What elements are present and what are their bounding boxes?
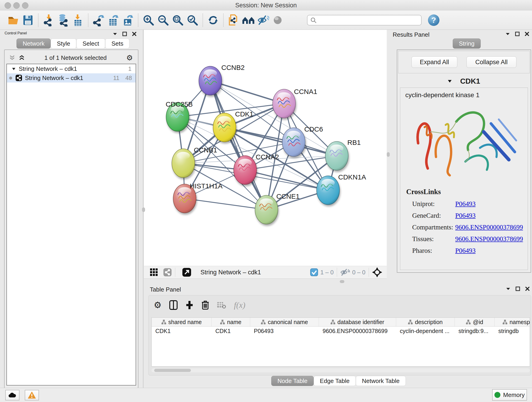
network-canvas[interactable]: CCNB2CCNA1CDC25BCDK1CDC6RB1CCNB1CCNA2CDK… <box>144 30 387 266</box>
network-node-cdc25b[interactable]: CDC25B <box>166 100 193 131</box>
collapse-all-networks-icon[interactable] <box>9 55 15 61</box>
export-network-icon[interactable] <box>91 13 106 27</box>
entry-expander-icon[interactable] <box>448 80 452 83</box>
tab-select[interactable]: Select <box>76 38 105 49</box>
column-header-database-identifier[interactable]: database identifier <box>319 318 396 326</box>
export-image-icon[interactable] <box>120 13 135 27</box>
birds-eye-view-icon[interactable] <box>372 267 382 277</box>
current-view-bullet-icon <box>9 77 12 80</box>
network-options-gear-icon[interactable]: ⚙ <box>126 53 133 62</box>
bottom-splitter-handle[interactable] <box>340 280 344 283</box>
table-row[interactable]: CDK1CDK1P064939606.ENSP00000378699cyclin… <box>152 327 530 335</box>
node-entry-header[interactable]: CDK1 <box>398 76 530 87</box>
column-header-canonical-name[interactable]: canonical name <box>250 318 319 326</box>
table-horizontal-scrollbar[interactable] <box>152 368 530 372</box>
network-node-ccne1[interactable]: CCNE1 <box>255 192 300 224</box>
tab-edge-table[interactable]: Edge Table <box>314 376 356 386</box>
export-table-icon[interactable] <box>106 13 120 27</box>
show-columns-icon[interactable] <box>169 300 177 310</box>
import-network-file-icon[interactable] <box>41 13 56 27</box>
column-header-shared-name[interactable]: shared name <box>152 318 212 326</box>
panel-float-icon[interactable] <box>515 287 520 291</box>
network-node-hist1h1a[interactable]: HIST1H1A <box>173 182 222 213</box>
delete-column-icon[interactable] <box>201 300 209 310</box>
network-node-ccnb2[interactable]: CCNB2 <box>199 64 245 95</box>
collapse-all-button[interactable]: Collapse All <box>467 56 516 68</box>
show-grid-icon[interactable] <box>150 268 158 276</box>
panel-menu-icon[interactable] <box>506 287 510 290</box>
selected-checkbox-icon[interactable] <box>310 268 318 276</box>
panel-float-icon[interactable] <box>122 32 127 36</box>
network-edge-ccnb2-ccne1[interactable] <box>210 81 266 210</box>
network-node-ccna1[interactable]: CCNA1 <box>273 88 317 118</box>
tab-sets[interactable]: Sets <box>105 38 129 49</box>
table-cell[interactable]: stringdb <box>495 327 530 335</box>
crosslink-link[interactable]: 9606.ENSP00000378699 <box>455 235 523 243</box>
import-network-database-icon[interactable] <box>56 13 70 27</box>
save-session-icon[interactable] <box>21 13 35 27</box>
network-node-cdk1[interactable]: CDK1 <box>213 110 253 142</box>
crosslink-link[interactable]: P06493 <box>455 212 476 219</box>
expand-all-networks-icon[interactable] <box>19 55 25 61</box>
network-tree-row-selected[interactable]: String Network – cdk1 11 48 <box>7 73 136 83</box>
network-node-rb1[interactable]: RB1 <box>325 139 361 170</box>
zoom-selected-icon[interactable] <box>185 13 200 27</box>
panel-float-icon[interactable] <box>515 32 520 36</box>
table-cell[interactable]: stringdb:9... <box>455 327 495 335</box>
tab-node-table[interactable]: Node Table <box>271 376 314 386</box>
table-options-gear-icon[interactable]: ⚙ <box>154 300 162 310</box>
network-tree-root-row[interactable]: String Network – cdk1 1 <box>7 64 136 73</box>
zoom-in-icon[interactable] <box>141 13 156 27</box>
panel-close-icon[interactable] <box>525 287 530 291</box>
results-panel-window-controls <box>505 32 529 36</box>
network-node-cdkn1a[interactable]: CDKN1A <box>317 173 366 205</box>
create-column-icon[interactable] <box>185 300 194 310</box>
panel-menu-icon[interactable] <box>505 32 510 36</box>
panel-close-icon[interactable] <box>525 32 529 36</box>
table-cell[interactable]: CDK1 <box>212 327 250 335</box>
table-cell[interactable]: 9606.ENSP00000378699 <box>319 327 396 335</box>
expand-all-button[interactable]: Expand All <box>412 56 457 68</box>
tab-string[interactable]: String <box>453 38 481 49</box>
hidden-eye-icon[interactable] <box>340 268 350 276</box>
zoom-out-icon[interactable] <box>156 13 171 27</box>
right-splitter-handle[interactable] <box>387 152 390 157</box>
clone-network-icon[interactable] <box>226 13 241 27</box>
panel-close-icon[interactable] <box>132 32 137 36</box>
detach-view-icon[interactable] <box>182 268 191 277</box>
view-network-badge-icon[interactable] <box>163 268 172 277</box>
hide-selected-icon[interactable] <box>256 13 270 27</box>
open-session-icon[interactable] <box>6 13 21 27</box>
search-input[interactable] <box>307 15 422 26</box>
tab-network-table[interactable]: Network Table <box>356 376 406 386</box>
column-header--id[interactable]: @id <box>455 318 495 326</box>
table-cell[interactable]: cyclin-dependent ... <box>396 327 455 335</box>
import-table-icon[interactable] <box>70 13 85 27</box>
network-node-cdc6[interactable]: CDC6 <box>282 125 323 157</box>
cloud-status-button[interactable] <box>5 390 19 400</box>
help-icon[interactable]: ? <box>428 14 439 26</box>
memory-button[interactable]: Memory <box>492 389 527 401</box>
column-header-description[interactable]: description <box>396 318 455 326</box>
column-header-name[interactable]: name <box>212 318 250 326</box>
scrollbar-thumb[interactable] <box>154 369 191 372</box>
crosslink-link[interactable]: P06493 <box>455 247 476 254</box>
refresh-icon[interactable] <box>206 13 220 27</box>
zoom-fit-icon[interactable] <box>171 13 185 27</box>
show-all-icon[interactable] <box>270 13 285 27</box>
delete-table-icon[interactable] <box>217 301 226 309</box>
function-builder-icon[interactable]: f(x) <box>234 300 245 310</box>
network-edge-hist1h1a-ccne1[interactable] <box>185 198 266 210</box>
first-neighbors-icon[interactable] <box>241 13 256 27</box>
crosslink-link[interactable]: 9606.ENSP00000378699 <box>455 223 523 231</box>
table-cell[interactable]: P06493 <box>250 327 319 335</box>
table-cell[interactable]: CDK1 <box>152 327 212 335</box>
left-splitter-handle[interactable] <box>142 207 145 212</box>
warning-status-button[interactable] <box>25 390 39 400</box>
crosslink-link[interactable]: P06493 <box>455 200 476 208</box>
tab-network[interactable]: Network <box>17 38 51 49</box>
tab-style[interactable]: Style <box>51 38 76 49</box>
tree-expander-icon[interactable] <box>12 67 16 70</box>
panel-menu-icon[interactable] <box>113 32 117 36</box>
column-header-namespace[interactable]: namespace <box>495 318 530 326</box>
